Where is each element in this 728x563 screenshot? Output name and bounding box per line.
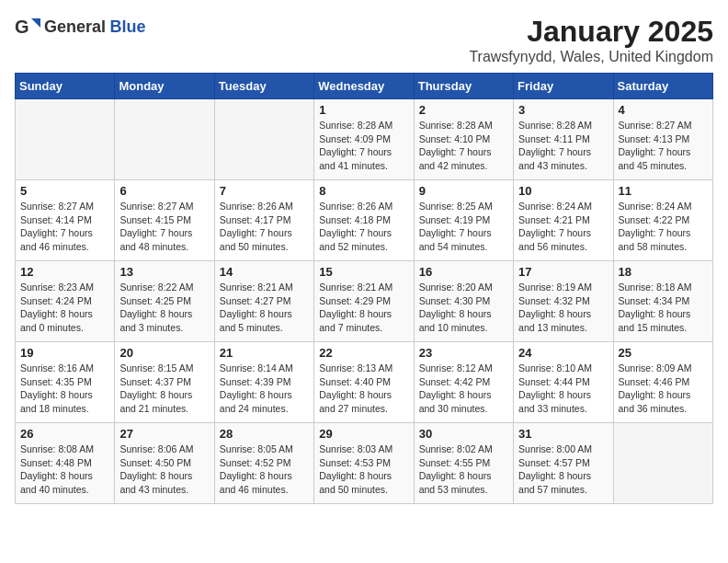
calendar-week-row: 5Sunrise: 8:27 AM Sunset: 4:14 PM Daylig… xyxy=(16,180,713,261)
svg-marker-1 xyxy=(31,18,40,28)
day-number: 25 xyxy=(619,346,708,360)
cell-info: Sunrise: 8:23 AM Sunset: 4:24 PM Dayligh… xyxy=(20,281,109,335)
cell-info: Sunrise: 8:14 AM Sunset: 4:39 PM Dayligh… xyxy=(220,362,309,416)
weekday-header-tuesday: Tuesday xyxy=(214,74,313,99)
cell-info: Sunrise: 8:27 AM Sunset: 4:14 PM Dayligh… xyxy=(20,200,109,254)
cell-info: Sunrise: 8:27 AM Sunset: 4:15 PM Dayligh… xyxy=(119,200,209,254)
day-number: 17 xyxy=(518,265,608,279)
cell-info: Sunrise: 8:02 AM Sunset: 4:55 PM Dayligh… xyxy=(419,442,508,497)
calendar-cell: 29Sunrise: 8:03 AM Sunset: 4:53 PM Dayli… xyxy=(314,423,414,504)
title-block: January 2025 Trawsfynydd, Wales, United … xyxy=(469,15,713,65)
calendar-cell: 11Sunrise: 8:24 AM Sunset: 4:22 PM Dayli… xyxy=(613,180,712,261)
weekday-header-row: SundayMondayTuesdayWednesdayThursdayFrid… xyxy=(16,74,713,99)
cell-info: Sunrise: 8:19 AM Sunset: 4:32 PM Dayligh… xyxy=(518,281,608,335)
day-number: 8 xyxy=(319,184,408,198)
day-number: 19 xyxy=(20,346,109,360)
cell-info: Sunrise: 8:08 AM Sunset: 4:48 PM Dayligh… xyxy=(20,442,109,497)
calendar-cell: 16Sunrise: 8:20 AM Sunset: 4:30 PM Dayli… xyxy=(414,261,513,342)
cell-info: Sunrise: 8:12 AM Sunset: 4:42 PM Dayligh… xyxy=(419,362,508,416)
logo-icon: G xyxy=(15,15,40,40)
cell-info: Sunrise: 8:21 AM Sunset: 4:27 PM Dayligh… xyxy=(220,281,309,335)
cell-info: Sunrise: 8:00 AM Sunset: 4:57 PM Dayligh… xyxy=(518,442,608,497)
page-header: G General Blue January 2025 Trawsfynydd,… xyxy=(15,15,713,65)
day-number: 27 xyxy=(119,427,209,441)
day-number: 24 xyxy=(518,346,608,360)
day-number: 1 xyxy=(319,103,408,117)
day-number: 20 xyxy=(119,346,209,360)
day-number: 12 xyxy=(20,265,109,279)
cell-info: Sunrise: 8:26 AM Sunset: 4:17 PM Dayligh… xyxy=(220,200,309,254)
calendar-cell: 13Sunrise: 8:22 AM Sunset: 4:25 PM Dayli… xyxy=(115,261,214,342)
day-number: 31 xyxy=(518,427,608,441)
day-number: 13 xyxy=(119,265,209,279)
calendar-cell: 1Sunrise: 8:28 AM Sunset: 4:09 PM Daylig… xyxy=(314,99,414,180)
weekday-header-saturday: Saturday xyxy=(613,74,712,99)
calendar-cell: 5Sunrise: 8:27 AM Sunset: 4:14 PM Daylig… xyxy=(16,180,115,261)
calendar-cell: 23Sunrise: 8:12 AM Sunset: 4:42 PM Dayli… xyxy=(414,342,513,423)
cell-info: Sunrise: 8:24 AM Sunset: 4:22 PM Dayligh… xyxy=(619,200,708,254)
day-number: 3 xyxy=(518,103,608,117)
cell-info: Sunrise: 8:18 AM Sunset: 4:34 PM Dayligh… xyxy=(619,281,708,335)
cell-info: Sunrise: 8:21 AM Sunset: 4:29 PM Dayligh… xyxy=(319,281,408,335)
day-number: 30 xyxy=(419,427,508,441)
day-number: 18 xyxy=(619,265,708,279)
day-number: 9 xyxy=(419,184,508,198)
calendar-cell: 4Sunrise: 8:27 AM Sunset: 4:13 PM Daylig… xyxy=(613,99,712,180)
calendar-week-row: 12Sunrise: 8:23 AM Sunset: 4:24 PM Dayli… xyxy=(16,261,713,342)
calendar-cell: 8Sunrise: 8:26 AM Sunset: 4:18 PM Daylig… xyxy=(314,180,414,261)
day-number: 29 xyxy=(319,427,408,441)
calendar-cell: 9Sunrise: 8:25 AM Sunset: 4:19 PM Daylig… xyxy=(414,180,513,261)
day-number: 6 xyxy=(119,184,209,198)
day-number: 4 xyxy=(619,103,708,117)
calendar-cell: 28Sunrise: 8:05 AM Sunset: 4:52 PM Dayli… xyxy=(214,423,313,504)
weekday-header-friday: Friday xyxy=(514,74,613,99)
calendar-cell: 22Sunrise: 8:13 AM Sunset: 4:40 PM Dayli… xyxy=(314,342,414,423)
day-number: 21 xyxy=(220,346,309,360)
cell-info: Sunrise: 8:16 AM Sunset: 4:35 PM Dayligh… xyxy=(20,362,109,416)
calendar-cell: 2Sunrise: 8:28 AM Sunset: 4:10 PM Daylig… xyxy=(414,99,513,180)
calendar-week-row: 1Sunrise: 8:28 AM Sunset: 4:09 PM Daylig… xyxy=(16,99,713,180)
calendar-table: SundayMondayTuesdayWednesdayThursdayFrid… xyxy=(15,73,713,504)
logo-general-text: General xyxy=(44,17,106,36)
location-text: Trawsfynydd, Wales, United Kingdom xyxy=(469,49,713,65)
calendar-cell: 26Sunrise: 8:08 AM Sunset: 4:48 PM Dayli… xyxy=(16,423,115,504)
cell-info: Sunrise: 8:25 AM Sunset: 4:19 PM Dayligh… xyxy=(419,200,508,254)
calendar-cell: 14Sunrise: 8:21 AM Sunset: 4:27 PM Dayli… xyxy=(214,261,313,342)
cell-info: Sunrise: 8:15 AM Sunset: 4:37 PM Dayligh… xyxy=(119,362,209,416)
calendar-cell: 19Sunrise: 8:16 AM Sunset: 4:35 PM Dayli… xyxy=(16,342,115,423)
cell-info: Sunrise: 8:28 AM Sunset: 4:10 PM Dayligh… xyxy=(419,119,508,173)
calendar-cell xyxy=(16,99,115,180)
month-title: January 2025 xyxy=(469,15,713,49)
logo-blue-text: Blue xyxy=(110,17,146,36)
calendar-cell: 12Sunrise: 8:23 AM Sunset: 4:24 PM Dayli… xyxy=(16,261,115,342)
calendar-week-row: 26Sunrise: 8:08 AM Sunset: 4:48 PM Dayli… xyxy=(16,423,713,504)
cell-info: Sunrise: 8:24 AM Sunset: 4:21 PM Dayligh… xyxy=(518,200,608,254)
weekday-header-wednesday: Wednesday xyxy=(314,74,414,99)
calendar-cell: 20Sunrise: 8:15 AM Sunset: 4:37 PM Dayli… xyxy=(115,342,214,423)
day-number: 26 xyxy=(20,427,109,441)
weekday-header-sunday: Sunday xyxy=(16,74,115,99)
day-number: 5 xyxy=(20,184,109,198)
calendar-cell xyxy=(214,99,313,180)
weekday-header-monday: Monday xyxy=(115,74,214,99)
weekday-header-thursday: Thursday xyxy=(414,74,513,99)
day-number: 16 xyxy=(419,265,508,279)
calendar-cell: 17Sunrise: 8:19 AM Sunset: 4:32 PM Dayli… xyxy=(514,261,613,342)
calendar-cell: 3Sunrise: 8:28 AM Sunset: 4:11 PM Daylig… xyxy=(514,99,613,180)
day-number: 14 xyxy=(220,265,309,279)
day-number: 23 xyxy=(419,346,508,360)
day-number: 10 xyxy=(518,184,608,198)
cell-info: Sunrise: 8:03 AM Sunset: 4:53 PM Dayligh… xyxy=(319,442,408,497)
calendar-cell: 6Sunrise: 8:27 AM Sunset: 4:15 PM Daylig… xyxy=(115,180,214,261)
day-number: 11 xyxy=(619,184,708,198)
calendar-cell: 27Sunrise: 8:06 AM Sunset: 4:50 PM Dayli… xyxy=(115,423,214,504)
cell-info: Sunrise: 8:20 AM Sunset: 4:30 PM Dayligh… xyxy=(419,281,508,335)
cell-info: Sunrise: 8:13 AM Sunset: 4:40 PM Dayligh… xyxy=(319,362,408,416)
cell-info: Sunrise: 8:28 AM Sunset: 4:09 PM Dayligh… xyxy=(319,119,408,173)
calendar-cell: 10Sunrise: 8:24 AM Sunset: 4:21 PM Dayli… xyxy=(514,180,613,261)
calendar-cell xyxy=(613,423,712,504)
day-number: 2 xyxy=(419,103,508,117)
day-number: 28 xyxy=(220,427,309,441)
calendar-cell: 24Sunrise: 8:10 AM Sunset: 4:44 PM Dayli… xyxy=(514,342,613,423)
cell-info: Sunrise: 8:22 AM Sunset: 4:25 PM Dayligh… xyxy=(119,281,209,335)
